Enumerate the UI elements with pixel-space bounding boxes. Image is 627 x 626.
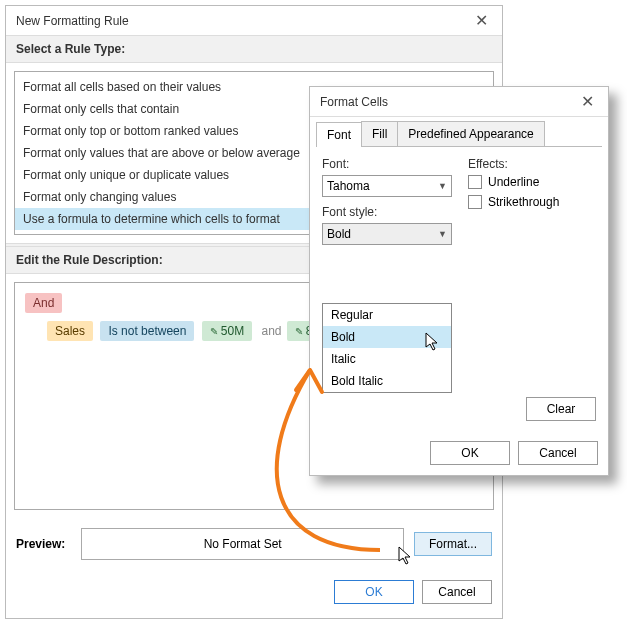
close-icon[interactable]: ✕ <box>471 11 492 30</box>
font-style-option[interactable]: Bold Italic <box>323 370 451 392</box>
condition-operator-pill[interactable]: Is not between <box>100 321 194 341</box>
font-style-option[interactable]: Italic <box>323 348 451 370</box>
format-cells-titlebar: Format Cells ✕ <box>310 87 608 117</box>
format-button[interactable]: Format... <box>414 532 492 556</box>
tab-font[interactable]: Font <box>316 122 362 147</box>
format-cells-tabs: Font Fill Predefined Appearance <box>316 121 602 147</box>
condition-separator: and <box>261 324 281 338</box>
chevron-down-icon: ▼ <box>438 181 447 191</box>
format-cells-dialog: Format Cells ✕ Font Fill Predefined Appe… <box>309 86 609 476</box>
checkbox-icon <box>468 195 482 209</box>
tab-predefined[interactable]: Predefined Appearance <box>397 121 544 146</box>
chevron-down-icon: ▼ <box>438 229 447 239</box>
font-style-combo[interactable]: Bold ▼ <box>322 223 452 245</box>
font-style-label: Font style: <box>322 205 452 219</box>
font-combo-value: Tahoma <box>327 179 370 193</box>
ok-button[interactable]: OK <box>334 580 414 604</box>
strikethrough-checkbox[interactable]: Strikethrough <box>468 195 596 209</box>
tab-body-font: Font: Tahoma ▼ Font style: Bold ▼ Effect… <box>310 147 608 255</box>
rule-type-header: Select a Rule Type: <box>6 36 502 63</box>
clear-button[interactable]: Clear <box>526 397 596 421</box>
preview-label: Preview: <box>16 537 71 551</box>
effects-label: Effects: <box>468 157 596 171</box>
dialog-titlebar: New Formatting Rule ✕ <box>6 6 502 36</box>
font-style-combo-value: Bold <box>327 227 351 241</box>
cancel-button[interactable]: Cancel <box>422 580 492 604</box>
condition-value1-pill[interactable]: 50M <box>202 321 252 341</box>
dialog-title: New Formatting Rule <box>16 14 471 28</box>
font-label: Font: <box>322 157 452 171</box>
font-style-option[interactable]: Regular <box>323 304 451 326</box>
font-style-dropdown[interactable]: Regular Bold Italic Bold Italic <box>322 303 452 393</box>
checkbox-icon <box>468 175 482 189</box>
tab-fill[interactable]: Fill <box>361 121 398 146</box>
underline-label: Underline <box>488 175 539 189</box>
font-combo[interactable]: Tahoma ▼ <box>322 175 452 197</box>
strikethrough-label: Strikethrough <box>488 195 559 209</box>
ok-button[interactable]: OK <box>430 441 510 465</box>
font-style-option[interactable]: Bold <box>323 326 451 348</box>
underline-checkbox[interactable]: Underline <box>468 175 596 189</box>
close-icon[interactable]: ✕ <box>577 92 598 111</box>
format-cells-title: Format Cells <box>320 95 577 109</box>
preview-box: No Format Set <box>81 528 404 560</box>
cancel-button[interactable]: Cancel <box>518 441 598 465</box>
condition-field-pill[interactable]: Sales <box>47 321 93 341</box>
condition-logic-pill[interactable]: And <box>25 293 62 313</box>
